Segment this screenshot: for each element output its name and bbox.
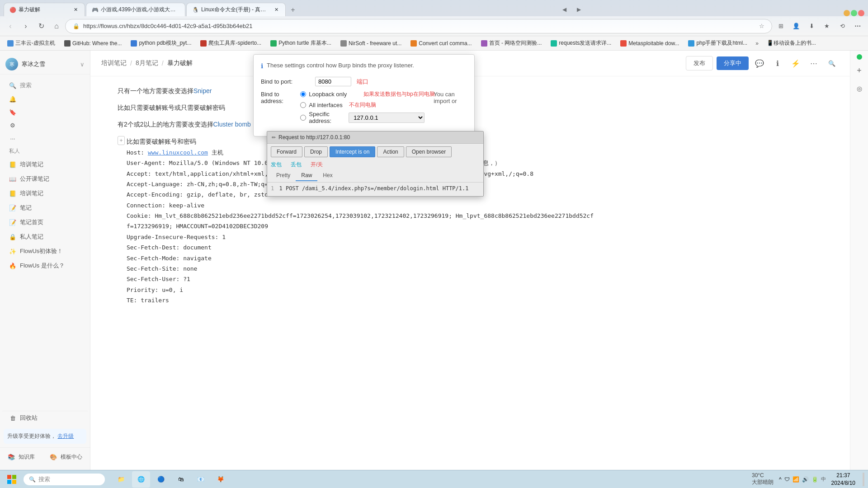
taskbar-explorer[interactable]: 📁 (112, 471, 130, 488)
breadcrumb-1[interactable]: 培训笔记 (101, 59, 127, 67)
sidebar-knowledge-base[interactable]: 📚 知识库 (4, 451, 38, 463)
bookmark-8[interactable]: 首页 - 网络空间测验... (477, 38, 546, 48)
bind-port-input[interactable] (315, 77, 351, 86)
right-panel-plus[interactable]: + (852, 63, 867, 78)
pretty-tab[interactable]: Pretty (271, 170, 296, 181)
browser-tab-3[interactable]: 🐧 Linux命令大全(手册) - 真正好... ✕ (186, 3, 286, 16)
forward-button[interactable]: Forward (271, 146, 302, 157)
bookmark-7[interactable]: Convert curl comma... (407, 39, 475, 47)
sidebar-template-center[interactable]: 🎨 模板中心 (46, 451, 86, 463)
bookmark-1[interactable]: 三丰云-虚拟主机 (4, 38, 59, 48)
tab-scroll-right[interactable]: ▶ (572, 3, 585, 16)
hex-tab[interactable]: Hex (317, 170, 338, 181)
taskbar-store[interactable]: 🛍 (172, 471, 190, 488)
browser-tab-2[interactable]: 🎮 小游戏,4399小游戏,小游戏大全... (86, 3, 185, 16)
taskbar-firefox[interactable]: 🦊 (212, 471, 230, 488)
action-button[interactable]: Action (377, 146, 404, 157)
more-button[interactable]: ⋯ (851, 19, 864, 33)
add-block-button[interactable]: + (118, 136, 125, 145)
sidebar-what-flowus-label: FlowUs 是什么？ (20, 262, 65, 270)
sidebar-item-training-notes2[interactable]: 📒 培训笔记 (2, 187, 88, 200)
bookmark-9[interactable]: requests发送请求详... (547, 38, 615, 48)
sidebar-bookmarks[interactable]: 🔖 (2, 106, 88, 118)
favorites-button[interactable]: ★ (820, 19, 834, 33)
sidebar-more[interactable]: ··· (2, 132, 88, 145)
tab3-close[interactable]: ✕ (273, 6, 280, 14)
forward-button[interactable]: › (19, 19, 33, 33)
taskbar-mail[interactable]: 📧 (192, 471, 210, 488)
all-interfaces-option[interactable]: All interfaces 不在同电脑 (300, 101, 425, 109)
sidebar-settings[interactable]: ⚙ (2, 119, 88, 131)
start-button[interactable] (4, 471, 20, 488)
specific-address-radio[interactable] (300, 115, 306, 121)
open-browser-button[interactable]: Open browser (406, 146, 452, 157)
taskbar-browser[interactable]: 🌐 (132, 471, 150, 488)
bm4-icon (200, 40, 207, 47)
bookmark-5[interactable]: Python turtle 库基本... (267, 38, 335, 48)
show-desktop-button[interactable] (863, 473, 864, 486)
breadcrumb-2[interactable]: 8月笔记 (136, 59, 158, 67)
specific-address-select[interactable]: 127.0.0.1 (349, 113, 425, 123)
page-search-button[interactable]: 🔍 (825, 56, 839, 70)
loopback-radio[interactable] (300, 91, 306, 97)
tab1-close[interactable]: ✕ (72, 6, 79, 14)
minimize-button[interactable] (844, 10, 850, 16)
new-tab-button[interactable]: + (287, 4, 299, 16)
sidebar-item-notes-home[interactable]: 📝 笔记首页 (2, 216, 88, 229)
specific-address-option[interactable]: Specific address: 127.0.0.1 (300, 111, 425, 124)
maximize-button[interactable] (851, 10, 857, 16)
sidebar-item-what-flowus[interactable]: 🔥 FlowUs 是什么？ (2, 259, 88, 272)
history-button[interactable]: ⟲ (835, 19, 849, 33)
right-panel-circle[interactable]: ◎ (852, 81, 867, 96)
tray-arrow[interactable]: ^ (779, 476, 782, 483)
upgrade-text: 升级享受更好体验， (7, 433, 56, 439)
info-button[interactable]: ℹ (770, 56, 785, 70)
browser-tab-1[interactable]: 🔴 暴力破解 ✕ (4, 3, 85, 16)
share-button[interactable]: 分享中 (717, 56, 749, 70)
bookmark-6[interactable]: NirSoft - freeware ut... (337, 39, 405, 47)
sidebar-item-trash[interactable]: 🗑 回收站 (2, 411, 88, 425)
close-button[interactable] (858, 10, 864, 16)
sidebar-search[interactable]: 🔍 搜索 (2, 79, 88, 92)
bookmark-mobile[interactable]: 📱移动设备上的书... (763, 38, 820, 48)
refresh-button[interactable]: ↻ (34, 19, 48, 33)
more-bookmarks-button[interactable]: » (753, 39, 761, 47)
sidebar-item-training-notes[interactable]: 📒 培训笔记 (2, 158, 88, 171)
bookmark-11[interactable]: php手册下载及html... (684, 38, 751, 48)
publish-button[interactable]: 发布 (686, 56, 713, 70)
profile-button[interactable]: 👤 (789, 19, 803, 33)
upgrade-button[interactable]: 去升级 (57, 433, 74, 439)
downloads-button[interactable]: ⬇ (805, 19, 818, 33)
tab-scroll-left[interactable]: ◀ (557, 3, 571, 16)
intercept-button[interactable]: Intercept is on (330, 146, 375, 157)
address-bar[interactable]: 🔒 https://flowus.cn/hbzx/8dc0c446-4d01-4… (65, 19, 772, 33)
comment-button[interactable]: 💬 (752, 56, 767, 70)
taskbar-search[interactable]: 🔍 搜索 (24, 474, 105, 485)
bookmark-3[interactable]: python pdb模块_pyt... (127, 38, 195, 48)
bell-icon: 🔔 (9, 96, 16, 103)
extensions-button[interactable]: ⊞ (774, 19, 788, 33)
status-dot (857, 54, 862, 60)
sidebar-item-notes[interactable]: 📝 笔记 (2, 201, 88, 215)
sidebar-item-public-course[interactable]: 📖 公开课笔记 (2, 172, 88, 186)
star-icon[interactable]: ☆ (759, 23, 764, 29)
user-menu-icon[interactable]: ∨ (80, 61, 85, 68)
sidebar-user[interactable]: 寒 寒冰之雪 ∨ (0, 54, 90, 75)
bookmark-2[interactable]: GitHub: Where the... (61, 39, 125, 47)
bookmark-4[interactable]: 爬虫工具库-spiderto... (197, 38, 265, 48)
bookmark-10[interactable]: Metasploitable dow... (617, 39, 683, 47)
taskbar-edge[interactable]: 🔵 (152, 471, 170, 488)
lightning-button[interactable]: ⚡ (788, 56, 803, 70)
tray-volume[interactable]: 🔊 (802, 476, 809, 483)
sidebar-item-flowus-trial[interactable]: ✨ FlowUs初体验！ (2, 244, 88, 258)
raw-tab[interactable]: Raw (296, 170, 317, 181)
sidebar-item-private-notes[interactable]: 🔒 私人笔记 (2, 230, 88, 244)
drop-button[interactable]: Drop (304, 146, 328, 157)
home-button[interactable]: ⌂ (50, 19, 63, 33)
popup-info-text: These settings control how Burp binds th… (267, 62, 414, 69)
back-button[interactable]: ‹ (4, 19, 17, 33)
all-interfaces-radio[interactable] (300, 102, 306, 108)
sidebar-notifications[interactable]: 🔔 (2, 93, 88, 105)
host-link[interactable]: www.linuxcool.com (148, 149, 208, 156)
more-options-button[interactable]: ⋯ (807, 56, 821, 70)
